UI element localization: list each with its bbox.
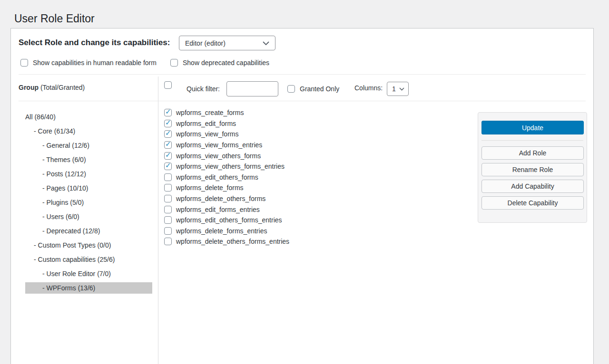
group-header-bold: Group bbox=[19, 84, 39, 91]
capability-label: wpforms_create_forms bbox=[176, 109, 244, 116]
capability-label: wpforms_edit_others_forms bbox=[176, 173, 258, 181]
rename-role-button[interactable]: Rename Role bbox=[481, 163, 584, 176]
select-role-label: Select Role and change its capabilities: bbox=[19, 38, 170, 48]
capability-row: wpforms_delete_forms_entries bbox=[164, 226, 289, 237]
capability-row: wpforms_delete_others_forms bbox=[164, 193, 289, 204]
deprecated-row: Show deprecated capabilities bbox=[170, 59, 269, 67]
capability-row: wpforms_view_forms_entries bbox=[164, 140, 289, 151]
group-tree-item[interactable]: - Custom capabilities (25/6) bbox=[25, 254, 152, 265]
capability-row: wpforms_edit_others_forms_entries bbox=[164, 215, 289, 226]
capability-label: wpforms_edit_forms_entries bbox=[176, 206, 260, 213]
capability-checkbox[interactable] bbox=[164, 120, 172, 127]
capability-checkbox[interactable] bbox=[164, 238, 172, 245]
divider bbox=[19, 74, 586, 75]
page-title: User Role Editor bbox=[14, 11, 95, 26]
granted-only-label: Granted Only bbox=[300, 85, 339, 93]
group-tree-item[interactable]: - User Role Editor (7/0) bbox=[25, 268, 152, 279]
capability-row: wpforms_edit_forms bbox=[164, 118, 289, 129]
columns-label: Columns: bbox=[354, 84, 383, 92]
granted-only-checkbox[interactable] bbox=[287, 85, 295, 93]
capability-label: wpforms_delete_others_forms bbox=[176, 195, 265, 202]
group-tree-item[interactable]: - General (12/6) bbox=[25, 140, 152, 151]
group-tree-item[interactable]: - Posts (12/12) bbox=[25, 168, 152, 180]
human-readable-checkbox[interactable] bbox=[20, 59, 28, 67]
select-all-checkbox[interactable] bbox=[164, 81, 172, 89]
deprecated-checkbox[interactable] bbox=[170, 59, 178, 67]
add-role-button[interactable]: Add Role bbox=[481, 146, 584, 160]
capability-row: wpforms_delete_others_forms_entries bbox=[164, 236, 289, 247]
delete-capability-button[interactable]: Delete Capability bbox=[481, 196, 584, 210]
capability-row: wpforms_edit_forms_entries bbox=[164, 204, 289, 215]
group-tree-item[interactable]: All (86/40) bbox=[25, 111, 152, 123]
capability-label: wpforms_view_others_forms_entries bbox=[176, 163, 285, 170]
vertical-divider bbox=[158, 77, 158, 364]
capability-row: wpforms_view_others_forms_entries bbox=[164, 161, 289, 172]
capability-checkbox[interactable] bbox=[164, 109, 172, 116]
capability-label: wpforms_edit_others_forms_entries bbox=[176, 216, 282, 224]
quick-filter-input[interactable] bbox=[226, 81, 278, 96]
capability-row: wpforms_delete_forms bbox=[164, 182, 289, 193]
user-role-editor-panel: Select Role and change its capabilities:… bbox=[10, 28, 594, 364]
capability-checkbox[interactable] bbox=[164, 195, 172, 202]
group-tree-item[interactable]: - Custom Post Types (0/0) bbox=[25, 239, 152, 251]
group-tree-item[interactable]: - Themes (6/0) bbox=[25, 154, 152, 165]
capability-label: wpforms_edit_forms bbox=[176, 120, 236, 127]
capability-checkbox[interactable] bbox=[164, 216, 172, 224]
capability-checkbox[interactable] bbox=[164, 206, 172, 213]
update-button[interactable]: Update bbox=[481, 121, 584, 134]
group-tree-item[interactable]: - Plugins (5/0) bbox=[25, 197, 152, 208]
capability-row: wpforms_edit_others_forms bbox=[164, 172, 289, 183]
group-tree-item[interactable]: - Core (61/34) bbox=[25, 125, 152, 137]
capability-row: wpforms_create_forms bbox=[164, 107, 289, 118]
actions-panel: Update Add Role Rename Role Add Capabili… bbox=[478, 112, 587, 223]
human-readable-row: Show capabilities in human readable form bbox=[20, 59, 157, 67]
role-select-value: Editor (editor) bbox=[185, 39, 226, 47]
capability-checkbox[interactable] bbox=[164, 227, 172, 235]
group-header: Group (Total/Granted) bbox=[19, 84, 85, 91]
capability-checkbox[interactable] bbox=[164, 163, 172, 170]
columns-select[interactable]: 1 bbox=[387, 82, 409, 96]
group-tree-item[interactable]: - Users (6/0) bbox=[25, 211, 152, 222]
capability-row: wpforms_view_others_forms bbox=[164, 150, 289, 161]
chevron-down-icon bbox=[263, 41, 269, 45]
group-tree-item[interactable]: - Deprecated (12/8) bbox=[25, 225, 152, 237]
add-capability-button[interactable]: Add Capability bbox=[481, 180, 584, 193]
granted-only-row: Granted Only bbox=[287, 85, 339, 93]
capability-row: wpforms_view_forms bbox=[164, 129, 289, 140]
groups-tree: All (86/40)- Core (61/34)- General (12/6… bbox=[11, 111, 158, 297]
group-tree-item[interactable]: - WPForms (13/6) bbox=[25, 282, 152, 294]
group-tree-item[interactable]: - Pages (10/10) bbox=[25, 182, 152, 194]
group-header-suffix: (Total/Granted) bbox=[39, 84, 85, 91]
capability-label: wpforms_delete_forms_entries bbox=[176, 227, 267, 235]
capability-checkbox[interactable] bbox=[164, 141, 172, 149]
deprecated-label: Show deprecated capabilities bbox=[183, 59, 269, 67]
capability-label: wpforms_view_forms bbox=[176, 130, 238, 138]
divider bbox=[481, 140, 583, 141]
capability-label: wpforms_delete_others_forms_entries bbox=[176, 238, 289, 245]
capability-label: wpforms_delete_forms bbox=[176, 184, 244, 192]
capability-checkbox[interactable] bbox=[164, 173, 172, 181]
capability-checkbox[interactable] bbox=[164, 130, 172, 138]
capabilities-list: wpforms_create_formswpforms_edit_formswp… bbox=[164, 107, 289, 247]
capability-label: wpforms_view_forms_entries bbox=[176, 141, 262, 149]
chevron-down-icon bbox=[399, 87, 404, 91]
human-readable-label: Show capabilities in human readable form bbox=[33, 59, 157, 67]
capability-checkbox[interactable] bbox=[164, 184, 172, 192]
quick-filter-label: Quick filter: bbox=[187, 85, 220, 93]
capability-checkbox[interactable] bbox=[164, 152, 172, 160]
divider bbox=[19, 101, 586, 101]
columns-select-value: 1 bbox=[392, 85, 396, 93]
capability-label: wpforms_view_others_forms bbox=[176, 152, 261, 160]
role-select[interactable]: Editor (editor) bbox=[179, 36, 275, 50]
